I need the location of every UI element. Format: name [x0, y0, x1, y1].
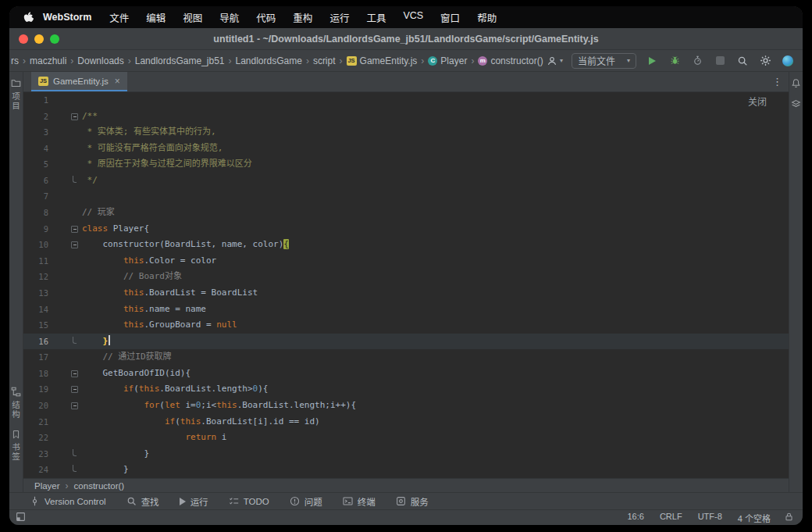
caret-position[interactable]: 16:6 [627, 512, 643, 524]
toolwindow-bar-label: 问题 [304, 495, 322, 508]
close-hint-link[interactable]: 关闭 [748, 95, 767, 108]
code-line[interactable]: 18 GetBoardOfID(id){ [23, 366, 789, 382]
code-line[interactable]: 10 constructor(BoardList, name, color){ [23, 237, 789, 253]
toolwindow-bar-vcs-button[interactable]: Version Control [30, 496, 106, 506]
code-line[interactable]: 4 * 可能没有严格符合面向对象规范, [23, 141, 789, 157]
breadcrumb-item[interactable]: script [313, 55, 336, 66]
toolwindow-bar-search-button[interactable]: 查找 [126, 495, 159, 508]
code-line[interactable]: 2/** [23, 109, 789, 125]
breadcrumb-item[interactable]: CPlayer [428, 55, 467, 66]
fold-collapse-icon[interactable] [71, 386, 78, 393]
code-line[interactable]: 14 this.name = name [23, 302, 789, 318]
terminal-icon [343, 496, 353, 506]
tab-options-kebab-icon[interactable]: ⋮ [766, 76, 789, 87]
menubar-item[interactable]: 运行 [321, 10, 358, 25]
profiler-button[interactable] [690, 54, 704, 68]
fold-column [48, 414, 82, 430]
code-line[interactable]: 15 this.GroupBoard = null [23, 317, 789, 334]
window-title: untitled1 - ~/Downloads/LandlordsGame_jb… [80, 34, 732, 45]
code-line[interactable]: 1 [23, 92, 789, 109]
breadcrumb-item[interactable]: Downloads [77, 55, 123, 66]
code-line[interactable]: 9class Player{ [23, 221, 789, 237]
code-line[interactable]: 8// 玩家 [23, 205, 789, 221]
code-line[interactable]: 12 // Board对象 [23, 269, 789, 285]
breadcrumb-item[interactable]: maczhuli [30, 55, 66, 66]
fold-column [48, 446, 82, 462]
line-separator[interactable]: CRLF [660, 512, 682, 524]
toolwindow-switcher-icon[interactable] [16, 512, 26, 523]
code-line[interactable]: 16 } [23, 334, 789, 350]
menubar-item[interactable]: 代码 [248, 10, 284, 25]
user-icon[interactable]: ▾ [547, 55, 563, 66]
toolwindow-bar-label: 运行 [191, 495, 208, 508]
menubar-item[interactable]: VCS [394, 10, 432, 25]
code-with-me-button[interactable] [781, 54, 795, 68]
search-everywhere-button[interactable] [735, 54, 750, 68]
apple-menu-icon[interactable] [17, 12, 41, 23]
toolwindow-layers-button[interactable] [791, 99, 801, 109]
code-line[interactable]: 3 * 实体类; 有些实体其中的行为, [23, 124, 789, 141]
fold-collapse-icon[interactable] [71, 241, 78, 248]
toolwindow-bar-problems-button[interactable]: 问题 [290, 495, 322, 508]
toolwindow-bar-run-button[interactable]: 运行 [180, 495, 208, 508]
code-line[interactable]: 20 for(let i=0;i<this.BoardList.length;i… [23, 398, 789, 414]
todo-icon [229, 496, 239, 506]
code-line[interactable]: 11 this.Color = color [23, 253, 789, 270]
fold-collapse-icon[interactable] [71, 226, 78, 233]
stop-button[interactable] [713, 54, 727, 68]
menubar-item[interactable]: 编辑 [137, 10, 174, 25]
editor-breadcrumbs-bar: Player›constructor() [23, 478, 789, 492]
minimize-button[interactable] [34, 34, 44, 44]
editor-breadcrumb[interactable]: Player [34, 481, 60, 491]
code-line[interactable]: 17 // 通过ID获取牌 [23, 349, 789, 366]
close-button[interactable] [19, 34, 28, 44]
menubar-item[interactable]: 文件 [101, 10, 137, 25]
code-line[interactable]: 24 } [23, 462, 789, 478]
menubar-item[interactable]: 工具 [358, 10, 394, 25]
toolwindow-bar-services-button[interactable]: 服务 [396, 495, 429, 508]
zoom-button[interactable] [50, 34, 59, 44]
line-number: 18 [23, 366, 48, 382]
menubar-item[interactable]: 视图 [174, 10, 211, 25]
breadcrumb-item[interactable]: LandlordsGame_jb51 [135, 55, 225, 66]
code-line[interactable]: 7 [23, 188, 789, 205]
code-line[interactable]: 22 return i [23, 430, 789, 446]
fold-collapse-icon[interactable] [71, 370, 78, 377]
editor-breadcrumb[interactable]: constructor() [74, 481, 125, 491]
fold-collapse-icon[interactable] [71, 113, 78, 120]
code-editor[interactable]: 12/**3 * 实体类; 有些实体其中的行为,4 * 可能没有严格符合面向对象… [23, 92, 789, 478]
code-line[interactable]: 23 } [23, 446, 789, 462]
lock-icon[interactable] [785, 512, 793, 523]
indent-info[interactable]: 4 个空格 [738, 512, 771, 524]
code-line[interactable]: 19 if(this.BoardList.length>0){ [23, 381, 789, 398]
toolwindow-bar-terminal-button[interactable]: 终端 [343, 495, 376, 508]
gear-icon [760, 55, 771, 66]
breadcrumb-item[interactable]: rs [11, 55, 19, 66]
menubar-item[interactable]: 窗口 [432, 10, 468, 25]
editor-tab[interactable]: JS GameEntity.js × [31, 72, 127, 91]
file-encoding[interactable]: UTF-8 [698, 512, 722, 524]
menubar-item[interactable]: 重构 [284, 10, 321, 25]
fold-collapse-icon[interactable] [71, 402, 78, 409]
code-line[interactable]: 13 this.BoardList = BoardList [23, 285, 789, 302]
run-button[interactable] [645, 54, 659, 68]
toolwindow-bar-todo-button[interactable]: TODO [229, 496, 269, 506]
breadcrumb-item[interactable]: LandlordsGame [235, 55, 301, 66]
toolwindow-notifications-button[interactable] [791, 78, 801, 88]
code-line[interactable]: 21 if(this.BoardList[i].id == id) [23, 414, 789, 430]
breadcrumb-item[interactable]: mconstructor() [478, 55, 543, 66]
toolwindow-project-button[interactable]: 项目 [10, 78, 22, 110]
toolwindow-bookmarks-button[interactable]: 书签 [10, 430, 22, 461]
breadcrumb-item[interactable]: JSGameEntity.js [347, 55, 418, 66]
menubar-item[interactable]: 导航 [211, 10, 248, 25]
run-configuration-select[interactable]: 当前文件 ▾ [572, 53, 636, 69]
code-line[interactable]: 5 * 原因在于对象与过程之间的界限难以区分 [23, 156, 789, 173]
app-menu[interactable]: WebStorm [41, 12, 101, 23]
toolwindow-structure-button[interactable]: 结构 [10, 387, 22, 419]
code-text: // 玩家 [82, 205, 789, 221]
settings-button[interactable] [758, 54, 772, 68]
menubar-item[interactable]: 帮助 [468, 10, 505, 25]
debug-button[interactable] [668, 54, 682, 68]
close-tab-icon[interactable]: × [115, 76, 120, 87]
code-line[interactable]: 6 */ [23, 173, 789, 189]
